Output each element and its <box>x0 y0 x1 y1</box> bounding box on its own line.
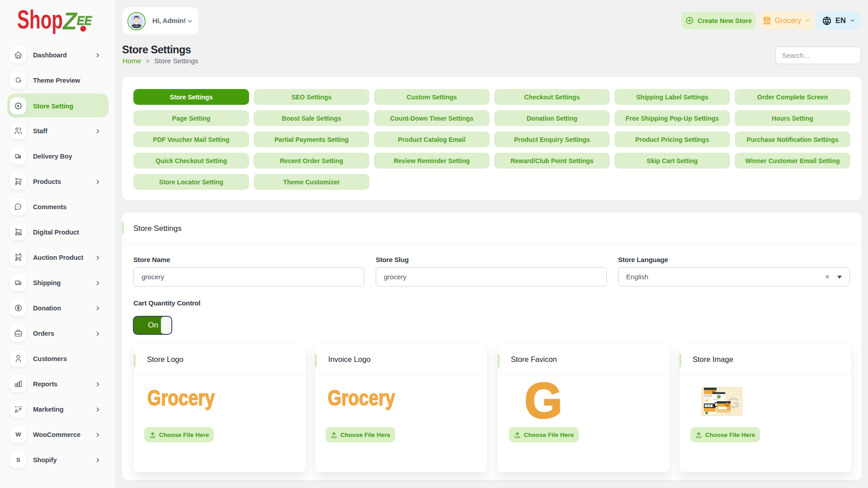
svg-text:Grocery: Grocery <box>147 389 215 410</box>
svg-text:G: G <box>524 382 562 420</box>
svg-text:Grocery: Grocery <box>328 389 395 410</box>
svg-text:Z: Z <box>62 7 78 34</box>
svg-text:EE: EE <box>77 14 92 28</box>
svg-text:Shop: Shop <box>17 7 63 34</box>
svg-text:W: W <box>15 431 21 437</box>
svg-text:S: S <box>16 456 20 463</box>
